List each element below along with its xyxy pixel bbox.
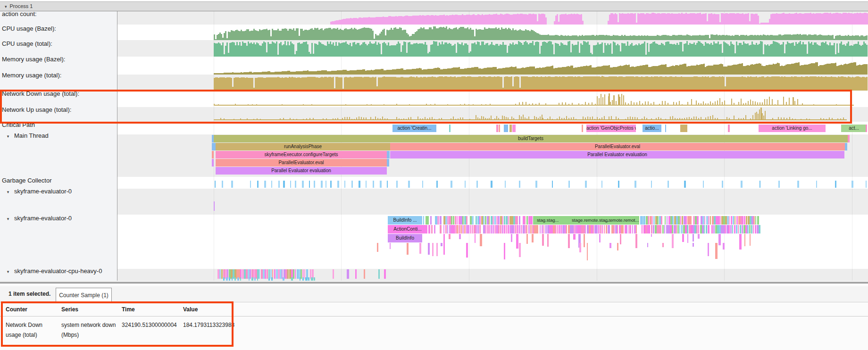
evaluator-slice-texture [581,225,583,233]
counter-bar [684,35,685,40]
counter-bar [791,64,793,75]
sidebar-track-network-up-usage-total[interactable]: Network Up usage (total): [2,106,71,113]
counter-bar [609,76,610,91]
counter-bar [751,14,752,25]
track-row-band [117,134,868,177]
gc-tick [231,181,233,188]
counter-spike [696,117,697,120]
counter-bar [651,43,652,57]
counter-bar [828,64,829,75]
sidebar-track-skyframe-evaluator-cpu-heavy-0[interactable]: ▾skyframe-evaluator-cpu-heavy-0 [2,267,102,275]
counter-spike [738,102,739,106]
counter-bar [586,35,587,40]
sidebar-track-main-thread[interactable]: ▾Main Thread [2,132,49,139]
sidebar-track-critical-path[interactable]: Critical Path [2,121,35,128]
counter-bar [495,77,497,91]
counter-bar [800,77,801,91]
counter-bar [284,77,286,91]
evaluator-slice-texture [657,216,659,225]
counter-bar [695,14,697,25]
counter-spike [676,102,677,106]
counter-bar [497,29,498,40]
counter-bar [410,36,412,40]
sidebar-track-cpu-usage-total[interactable]: CPU usage (total): [2,40,52,47]
counter-bar [566,45,568,57]
counter-bar [824,35,825,40]
collapse-arrow-icon[interactable]: ▾ [2,269,14,274]
collapse-arrow-icon[interactable]: ▾ [2,217,14,221]
counter-bar [262,77,263,91]
counter-spike [326,118,327,120]
counter-bar [792,14,793,25]
counter-bar [542,42,543,57]
counter-bar [621,35,623,40]
evaluator-slice-texture [494,216,496,225]
counter-bar [701,14,702,25]
counter-bar [324,70,326,75]
counter-bar [756,64,757,75]
counter-bar [464,76,466,91]
counter-bar [410,44,412,57]
evaluator-slice-texture [449,234,451,239]
counter-bar [847,13,848,25]
counter-bar [848,42,849,57]
counter-bar [239,73,241,75]
counter-bar [816,13,817,25]
collapse-arrow-icon[interactable]: ▾ [5,4,7,9]
counter-spike [283,118,284,120]
tab-counter-sample[interactable]: Counter Sample (1) [56,288,112,303]
counter-bar [594,36,596,40]
counter-spike [337,105,338,106]
counter-spike [715,101,716,106]
counter-bar [775,14,776,25]
counter-bar [435,15,436,25]
counter-spike [625,119,626,120]
counter-bar [727,44,729,57]
counter-bar [574,14,575,25]
counter-bar [541,14,542,25]
sidebar-track-cpu-usage-bazel[interactable]: CPU usage (Bazel): [2,25,56,32]
counter-bar [843,13,844,25]
counter-spike [432,117,433,120]
counter-spike [653,102,654,106]
counter-bar [468,76,470,91]
counter-bar [397,17,398,25]
counter-bar [467,76,468,91]
counter-bar [761,35,763,40]
sidebar-track-memory-usage-total[interactable]: Memory usage (total): [2,72,61,79]
counter-bar [832,63,834,75]
sidebar-track-skyframe-evaluator-0[interactable]: ▾skyframe-evaluator-0 [2,215,72,222]
counter-bar [801,44,802,57]
counter-bar [379,77,381,91]
counter-bar [381,17,383,25]
counter-bar [514,67,515,75]
counter-bar [283,78,284,91]
counter-bar [662,35,664,40]
counter-bar [860,46,862,57]
counter-bar [637,36,638,40]
counter-bar [284,28,286,40]
collapse-arrow-icon[interactable]: ▾ [2,134,14,139]
counter-bar [793,77,794,91]
sidebar-track-memory-usage-bazel[interactable]: Memory usage (Bazel): [2,56,65,63]
evaluator-slice-texture [596,225,598,233]
sidebar-track-garbage-collector[interactable]: Garbage Collector [2,177,52,184]
evaluator-slice-texture [472,216,474,225]
counter-spike [565,102,566,106]
counter-bar [372,77,374,91]
counter-bar [391,77,392,91]
counter-bar [303,42,304,57]
counter-bar [606,66,607,75]
counter-bar [684,44,685,57]
counter-bar [225,78,226,91]
sidebar-track-action-count[interactable]: action count: [2,10,37,17]
process-group-header[interactable]: ▾Process 1 [0,1,868,11]
counter-spike [328,105,329,106]
collapse-arrow-icon[interactable]: ▾ [2,190,14,194]
counter-bar [345,77,347,91]
sidebar-track-network-down-usage-total[interactable]: Network Down usage (total): [2,90,79,97]
counter-bar [390,16,391,25]
panel-separator[interactable] [0,281,868,286]
sidebar-track-skyframe-evaluator-0[interactable]: ▾skyframe-evaluator-0 [2,188,72,195]
counter-bar [614,67,616,75]
